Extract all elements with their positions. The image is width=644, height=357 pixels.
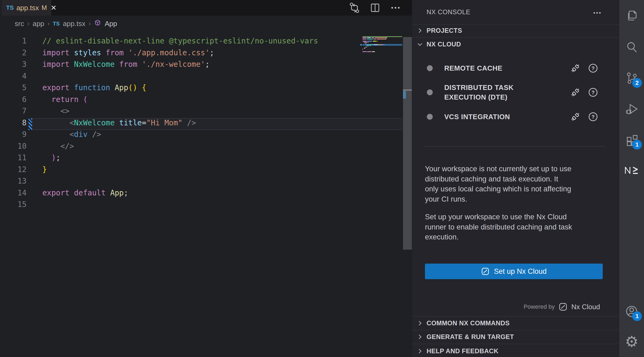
- minimap-line: [362, 37, 402, 38]
- scrollbar-selection-decoration: [403, 91, 406, 99]
- nx-console-icon[interactable]: [619, 158, 644, 183]
- line-number: 12: [0, 165, 34, 177]
- code-line[interactable]: <>: [42, 107, 318, 118]
- search-icon[interactable]: [619, 35, 644, 60]
- feature-actions: ?: [570, 112, 598, 122]
- breadcrumb-app[interactable]: app: [33, 20, 44, 28]
- split-editor-icon[interactable]: [369, 2, 381, 13]
- text-line: Set up your workspace to use the Nx Clou…: [425, 212, 607, 222]
- minimap-line: [362, 47, 402, 48]
- chevron-right-icon: [416, 27, 423, 34]
- minimap-line: [362, 48, 402, 49]
- setup-instruction-text: Set up your workspace to use the Nx Clou…: [425, 212, 607, 242]
- code-line[interactable]: export function App() {: [42, 83, 318, 95]
- editor-toolbar: [349, 0, 401, 16]
- breadcrumb-src[interactable]: src: [15, 20, 24, 28]
- code-line[interactable]: [42, 72, 318, 83]
- chevron-down-icon: [416, 41, 423, 48]
- code-line[interactable]: <NxWelcome title="Hi Mom" />: [42, 118, 318, 130]
- line-number: 6: [0, 95, 34, 107]
- feature-label: REMOTE CACHE: [444, 63, 533, 73]
- connect-plug-icon[interactable]: [570, 87, 580, 97]
- section-label: NX CLOUD: [427, 41, 461, 48]
- line-number: 1: [0, 37, 34, 48]
- divider: [412, 37, 620, 38]
- feature-actions: ?: [570, 87, 598, 97]
- powered-by: Powered by Nx Cloud: [524, 302, 600, 311]
- section-help-and-feedback[interactable]: HELP AND FEEDBACK: [412, 344, 620, 357]
- more-actions-icon[interactable]: [390, 2, 401, 13]
- open-changes-icon[interactable]: [349, 2, 360, 14]
- section-generate-run-target[interactable]: GENERATE & RUN TARGET: [412, 330, 620, 344]
- code-line[interactable]: );: [42, 153, 318, 165]
- more-actions-icon[interactable]: [592, 8, 602, 19]
- code-line[interactable]: }: [42, 165, 318, 177]
- extensions-badge: 1: [632, 140, 642, 150]
- minimap-line: [362, 42, 402, 43]
- setup-nx-cloud-button[interactable]: Set up Nx Cloud: [425, 264, 603, 279]
- section-projects[interactable]: PROJECTS: [412, 24, 620, 37]
- minimap-line: [362, 52, 402, 53]
- section-label: GENERATE & RUN TARGET: [427, 333, 514, 341]
- line-number: 8: [0, 118, 34, 130]
- code-line[interactable]: // eslint-disable-next-line @typescript-…: [42, 37, 318, 48]
- gutter: 123456789101112131415: [0, 37, 34, 212]
- activity-bar: 2 1 1 ⚙: [619, 0, 644, 357]
- code-line[interactable]: import styles from './app.module.css';: [42, 48, 318, 60]
- svg-text:?: ?: [591, 114, 595, 120]
- divider: [424, 146, 605, 147]
- source-control-badge: 2: [632, 78, 642, 88]
- code-line[interactable]: <div />: [42, 130, 318, 142]
- line-number: 4: [0, 72, 34, 83]
- source-control-icon[interactable]: 2: [619, 66, 644, 90]
- connect-plug-icon[interactable]: [570, 63, 580, 73]
- section-nx-cloud[interactable]: NX CLOUD: [412, 38, 620, 51]
- minimap-line: [362, 49, 402, 50]
- code-line[interactable]: export default App;: [42, 188, 318, 200]
- line-number: 9: [0, 130, 34, 142]
- gear-glyph: ⚙: [625, 334, 638, 349]
- section-label: PROJECTS: [427, 27, 462, 34]
- chevron-right-icon: ›: [88, 20, 91, 27]
- feature-vcs-integration[interactable]: VCS INTEGRATION ?: [412, 109, 620, 125]
- section-label: COMMON NX COMMANDS: [427, 319, 510, 327]
- account-icon[interactable]: 1: [619, 299, 644, 324]
- breadcrumb-file[interactable]: app.tsx: [63, 20, 86, 28]
- connect-plug-icon[interactable]: [570, 112, 580, 122]
- editor-pane: TS app.tsx M ✕: [0, 0, 412, 357]
- nx-cloud-logo-icon: [558, 302, 568, 311]
- code-line[interactable]: return (: [42, 95, 318, 107]
- status-dot-icon: [427, 114, 433, 120]
- feature-label: VCS INTEGRATION: [444, 112, 533, 122]
- tab-bar: TS app.tsx M ✕: [2, 0, 412, 16]
- close-tab-icon[interactable]: ✕: [51, 4, 57, 12]
- feature-remote-cache[interactable]: REMOTE CACHE ?: [412, 60, 620, 76]
- setup-button-label: Set up Nx Cloud: [494, 267, 547, 276]
- feature-dte[interactable]: DISTRIBUTED TASK EXECUTION (DTE) ?: [412, 79, 620, 105]
- code-line[interactable]: [42, 200, 318, 212]
- tab-app-tsx[interactable]: TS app.tsx M ✕: [2, 0, 51, 16]
- panel-title: NX CONSOLE: [427, 0, 470, 24]
- feature-actions: ?: [570, 63, 598, 73]
- nx-cloud-brand-label[interactable]: Nx Cloud: [571, 303, 600, 311]
- help-icon[interactable]: ?: [588, 63, 598, 73]
- breadcrumb-symbol-app[interactable]: App: [105, 20, 117, 28]
- breadcrumb: src › app › TS app.tsx › App: [15, 17, 117, 31]
- minimap-line: [362, 45, 402, 46]
- code-line[interactable]: </>: [42, 142, 318, 154]
- code-line[interactable]: [42, 177, 318, 188]
- run-debug-icon[interactable]: [619, 97, 644, 121]
- scrollbar-decoration-line: [403, 90, 412, 90]
- help-icon[interactable]: ?: [588, 112, 598, 122]
- settings-gear-icon[interactable]: ⚙: [619, 329, 644, 354]
- scrollbar-track[interactable]: [403, 37, 412, 250]
- section-common-nx-commands[interactable]: COMMON NX COMMANDS: [412, 316, 620, 330]
- code-line[interactable]: import NxWelcome from './nx-welcome';: [42, 60, 318, 72]
- help-icon[interactable]: ?: [588, 87, 598, 97]
- tab-title: app.tsx: [16, 4, 39, 12]
- minimap[interactable]: [362, 36, 402, 53]
- explorer-icon[interactable]: [619, 3, 644, 28]
- extensions-icon[interactable]: 1: [619, 128, 644, 152]
- line-number: 10: [0, 142, 34, 154]
- code-lines[interactable]: // eslint-disable-next-line @typescript-…: [42, 37, 318, 212]
